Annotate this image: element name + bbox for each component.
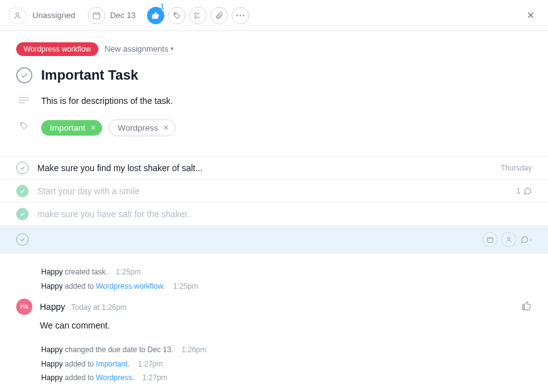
calendar-icon	[88, 7, 105, 24]
svg-point-2	[174, 13, 176, 14]
remove-tag-icon[interactable]: ✕	[90, 124, 96, 132]
activity-verb: added to	[65, 360, 94, 368]
remove-tag-icon[interactable]: ✕	[163, 124, 169, 132]
tag-wordpress[interactable]: Wordpress ✕	[108, 119, 176, 136]
activity-verb: added to	[65, 373, 94, 382]
activity-link[interactable]: Important	[96, 360, 128, 368]
title-row: Important Task	[16, 67, 532, 83]
subtask-comments: 1	[516, 187, 532, 195]
comment-count: 1	[516, 187, 521, 195]
svg-point-6	[21, 123, 22, 124]
description-icon	[16, 96, 31, 105]
subtask-text: make sure you have salt for the shaker.	[37, 209, 532, 219]
description-row: This is for descriptions of the task.	[16, 96, 532, 106]
subtask-check-icon[interactable]	[16, 208, 29, 220]
task-pane: Wordpress workflow New assignments ▾ Imp…	[0, 31, 548, 392]
tag-label: Wordpress	[118, 123, 158, 133]
activity-verb: added to	[65, 282, 94, 291]
svg-point-5	[242, 14, 244, 16]
activity-entry: Happy added to Wordpress. 1:27pm	[41, 371, 532, 385]
svg-point-8	[508, 237, 510, 240]
svg-rect-1	[93, 12, 100, 18]
due-date-icon[interactable]	[483, 232, 498, 247]
subtask-text: Start your day with a smile	[37, 186, 516, 196]
subtask-check-icon[interactable]	[16, 233, 29, 246]
svg-point-0	[16, 12, 19, 16]
new-subtask-row[interactable]: ›	[0, 225, 548, 254]
due-date-label: Dec 13	[110, 11, 136, 20]
action-icons: 1	[147, 7, 249, 24]
like-comment-button[interactable]	[522, 301, 532, 311]
activity-user: Happy	[41, 360, 63, 368]
activity-user: Happy	[41, 282, 63, 291]
assignee-button[interactable]: Unassigned	[9, 7, 75, 24]
comment-icon	[523, 187, 532, 195]
avatar: Ha	[16, 299, 32, 315]
assignee-label: Unassigned	[32, 11, 75, 20]
comment-icon[interactable]: ›	[520, 235, 532, 244]
activity-time: 1:27pm	[138, 360, 163, 368]
subtask-check-icon[interactable]	[16, 185, 29, 197]
activity-feed: Happy created task. 1:25pm Happy added t…	[16, 254, 532, 392]
tag-important[interactable]: Important ✕	[41, 120, 102, 136]
project-pill[interactable]: Wordpress workflow	[16, 42, 98, 56]
activity-user: Happy	[41, 345, 63, 354]
new-subtask-actions: ›	[483, 232, 532, 247]
complete-task-button[interactable]	[16, 67, 32, 83]
subtask-row[interactable]: Start your day with a smile 1	[0, 179, 548, 202]
due-date-button[interactable]: Dec 13	[88, 7, 136, 24]
subtask-text: Make sure you find my lost shaker of sal…	[37, 163, 501, 173]
svg-rect-7	[487, 238, 493, 243]
activity-link[interactable]: Wordpress workflow	[96, 282, 163, 291]
tags-row: Important ✕ Wordpress ✕	[16, 119, 532, 147]
activity-time: 1:27pm	[143, 373, 168, 382]
close-button[interactable]: ×	[522, 6, 539, 25]
toolbar: Unassigned Dec 13 1 ×	[0, 0, 548, 31]
activity-verb: created task.	[65, 268, 108, 276]
chevron-right-icon: ›	[530, 236, 532, 243]
activity-entry: Happy added to Important. 1:27pm	[41, 357, 532, 371]
activity-time: 1:25pm	[116, 268, 141, 276]
activity-entry: Happy created task. 1:25pm	[41, 265, 532, 279]
activity-user: Happy	[41, 268, 63, 276]
activity-time: 1:26pm	[182, 345, 207, 354]
tags-icon	[16, 119, 31, 131]
subtask-check-icon[interactable]	[16, 162, 29, 174]
activity-link[interactable]: Wordpress	[96, 373, 132, 382]
task-title[interactable]: Important Task	[41, 67, 138, 83]
comment: Ha Happy Today at 1:26pm We can comment.	[41, 299, 532, 334]
subtask-row[interactable]: make sure you have salt for the shaker.	[0, 202, 548, 225]
subtask-button[interactable]	[189, 7, 207, 24]
subtask-list: Make sure you find my lost shaker of sal…	[0, 156, 548, 254]
comment-author: Happy	[40, 299, 65, 315]
more-button[interactable]	[232, 7, 249, 24]
subtask-meta: Thursday	[501, 164, 532, 172]
tag-button[interactable]	[168, 7, 186, 24]
tag-label: Important	[50, 123, 85, 133]
activity-user: Happy	[41, 373, 63, 382]
svg-point-4	[239, 14, 241, 16]
activity-entry: Happy changed the due date to Dec 13. 1:…	[41, 343, 532, 357]
svg-point-3	[236, 14, 238, 16]
task-description[interactable]: This is for descriptions of the task.	[41, 96, 173, 106]
person-icon	[9, 7, 26, 24]
tag-list: Important ✕ Wordpress ✕	[41, 119, 176, 136]
section-label: New assignments	[105, 44, 169, 54]
subtask-row[interactable]: Make sure you find my lost shaker of sal…	[0, 156, 548, 179]
activity-entry: Happy added to Wordpress workflow. 1:25p…	[41, 279, 532, 294]
chevron-down-icon: ▾	[171, 45, 174, 52]
activity-time: 1:25pm	[173, 282, 198, 291]
section-dropdown[interactable]: New assignments ▾	[105, 44, 174, 55]
activity-verb: changed the due date to Dec 13.	[65, 345, 173, 354]
comment-text: We can comment.	[40, 317, 126, 334]
like-count-badge: 1	[161, 3, 164, 10]
attachment-button[interactable]	[210, 7, 228, 24]
comment-time: Today at 1:26pm	[71, 301, 126, 315]
project-row: Wordpress workflow New assignments ▾	[16, 42, 532, 56]
assignee-icon[interactable]	[501, 232, 516, 247]
